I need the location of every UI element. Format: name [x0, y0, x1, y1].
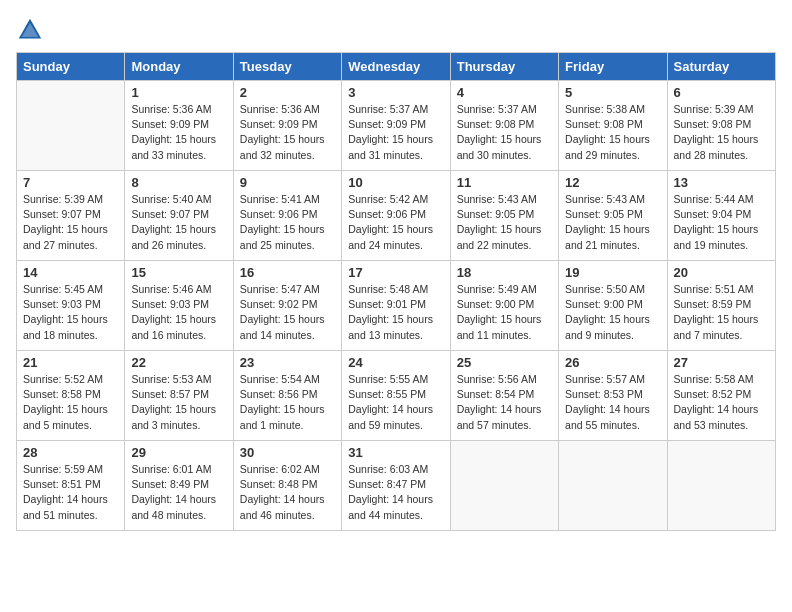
day-number: 15 [131, 265, 226, 280]
day-number: 8 [131, 175, 226, 190]
day-info: Sunrise: 5:56 AM Sunset: 8:54 PM Dayligh… [457, 372, 552, 433]
day-number: 25 [457, 355, 552, 370]
day-number: 26 [565, 355, 660, 370]
day-number: 12 [565, 175, 660, 190]
day-info: Sunrise: 5:38 AM Sunset: 9:08 PM Dayligh… [565, 102, 660, 163]
calendar-cell: 22Sunrise: 5:53 AM Sunset: 8:57 PM Dayli… [125, 351, 233, 441]
day-number: 22 [131, 355, 226, 370]
day-info: Sunrise: 5:50 AM Sunset: 9:00 PM Dayligh… [565, 282, 660, 343]
calendar-cell: 31Sunrise: 6:03 AM Sunset: 8:47 PM Dayli… [342, 441, 450, 531]
day-number: 23 [240, 355, 335, 370]
day-number: 13 [674, 175, 769, 190]
day-info: Sunrise: 5:39 AM Sunset: 9:07 PM Dayligh… [23, 192, 118, 253]
day-number: 6 [674, 85, 769, 100]
day-info: Sunrise: 5:45 AM Sunset: 9:03 PM Dayligh… [23, 282, 118, 343]
calendar-cell: 6Sunrise: 5:39 AM Sunset: 9:08 PM Daylig… [667, 81, 775, 171]
day-number: 29 [131, 445, 226, 460]
page-header [16, 16, 776, 44]
calendar-cell: 25Sunrise: 5:56 AM Sunset: 8:54 PM Dayli… [450, 351, 558, 441]
day-info: Sunrise: 5:52 AM Sunset: 8:58 PM Dayligh… [23, 372, 118, 433]
weekday-header: Thursday [450, 53, 558, 81]
calendar-cell: 11Sunrise: 5:43 AM Sunset: 9:05 PM Dayli… [450, 171, 558, 261]
day-info: Sunrise: 5:36 AM Sunset: 9:09 PM Dayligh… [131, 102, 226, 163]
day-info: Sunrise: 5:43 AM Sunset: 9:05 PM Dayligh… [565, 192, 660, 253]
calendar-cell: 8Sunrise: 5:40 AM Sunset: 9:07 PM Daylig… [125, 171, 233, 261]
day-info: Sunrise: 5:49 AM Sunset: 9:00 PM Dayligh… [457, 282, 552, 343]
calendar-cell [559, 441, 667, 531]
calendar-cell: 28Sunrise: 5:59 AM Sunset: 8:51 PM Dayli… [17, 441, 125, 531]
calendar-week-row: 14Sunrise: 5:45 AM Sunset: 9:03 PM Dayli… [17, 261, 776, 351]
day-number: 30 [240, 445, 335, 460]
weekday-header: Monday [125, 53, 233, 81]
calendar-cell: 21Sunrise: 5:52 AM Sunset: 8:58 PM Dayli… [17, 351, 125, 441]
day-number: 9 [240, 175, 335, 190]
day-info: Sunrise: 5:43 AM Sunset: 9:05 PM Dayligh… [457, 192, 552, 253]
day-info: Sunrise: 5:40 AM Sunset: 9:07 PM Dayligh… [131, 192, 226, 253]
calendar-cell [450, 441, 558, 531]
day-info: Sunrise: 5:51 AM Sunset: 8:59 PM Dayligh… [674, 282, 769, 343]
day-number: 19 [565, 265, 660, 280]
day-info: Sunrise: 5:58 AM Sunset: 8:52 PM Dayligh… [674, 372, 769, 433]
day-info: Sunrise: 5:41 AM Sunset: 9:06 PM Dayligh… [240, 192, 335, 253]
calendar-cell: 7Sunrise: 5:39 AM Sunset: 9:07 PM Daylig… [17, 171, 125, 261]
day-info: Sunrise: 6:03 AM Sunset: 8:47 PM Dayligh… [348, 462, 443, 523]
day-info: Sunrise: 5:53 AM Sunset: 8:57 PM Dayligh… [131, 372, 226, 433]
day-number: 27 [674, 355, 769, 370]
calendar-week-row: 28Sunrise: 5:59 AM Sunset: 8:51 PM Dayli… [17, 441, 776, 531]
calendar-cell: 14Sunrise: 5:45 AM Sunset: 9:03 PM Dayli… [17, 261, 125, 351]
day-info: Sunrise: 5:44 AM Sunset: 9:04 PM Dayligh… [674, 192, 769, 253]
day-number: 21 [23, 355, 118, 370]
day-number: 17 [348, 265, 443, 280]
day-info: Sunrise: 5:59 AM Sunset: 8:51 PM Dayligh… [23, 462, 118, 523]
day-info: Sunrise: 6:02 AM Sunset: 8:48 PM Dayligh… [240, 462, 335, 523]
calendar-cell: 24Sunrise: 5:55 AM Sunset: 8:55 PM Dayli… [342, 351, 450, 441]
calendar-week-row: 1Sunrise: 5:36 AM Sunset: 9:09 PM Daylig… [17, 81, 776, 171]
day-number: 7 [23, 175, 118, 190]
day-number: 18 [457, 265, 552, 280]
day-number: 2 [240, 85, 335, 100]
day-number: 31 [348, 445, 443, 460]
calendar-cell: 18Sunrise: 5:49 AM Sunset: 9:00 PM Dayli… [450, 261, 558, 351]
day-number: 10 [348, 175, 443, 190]
calendar-cell: 9Sunrise: 5:41 AM Sunset: 9:06 PM Daylig… [233, 171, 341, 261]
calendar-header: SundayMondayTuesdayWednesdayThursdayFrid… [17, 53, 776, 81]
calendar-cell: 15Sunrise: 5:46 AM Sunset: 9:03 PM Dayli… [125, 261, 233, 351]
day-number: 28 [23, 445, 118, 460]
calendar-cell: 30Sunrise: 6:02 AM Sunset: 8:48 PM Dayli… [233, 441, 341, 531]
calendar-cell: 13Sunrise: 5:44 AM Sunset: 9:04 PM Dayli… [667, 171, 775, 261]
day-number: 16 [240, 265, 335, 280]
calendar-cell [667, 441, 775, 531]
day-number: 4 [457, 85, 552, 100]
day-info: Sunrise: 5:42 AM Sunset: 9:06 PM Dayligh… [348, 192, 443, 253]
day-info: Sunrise: 5:47 AM Sunset: 9:02 PM Dayligh… [240, 282, 335, 343]
calendar-cell: 5Sunrise: 5:38 AM Sunset: 9:08 PM Daylig… [559, 81, 667, 171]
day-number: 1 [131, 85, 226, 100]
day-info: Sunrise: 5:36 AM Sunset: 9:09 PM Dayligh… [240, 102, 335, 163]
calendar-cell: 20Sunrise: 5:51 AM Sunset: 8:59 PM Dayli… [667, 261, 775, 351]
day-number: 20 [674, 265, 769, 280]
calendar-cell: 10Sunrise: 5:42 AM Sunset: 9:06 PM Dayli… [342, 171, 450, 261]
calendar-cell: 4Sunrise: 5:37 AM Sunset: 9:08 PM Daylig… [450, 81, 558, 171]
calendar-cell: 17Sunrise: 5:48 AM Sunset: 9:01 PM Dayli… [342, 261, 450, 351]
weekday-header: Saturday [667, 53, 775, 81]
day-info: Sunrise: 5:48 AM Sunset: 9:01 PM Dayligh… [348, 282, 443, 343]
calendar-cell [17, 81, 125, 171]
calendar-table: SundayMondayTuesdayWednesdayThursdayFrid… [16, 52, 776, 531]
day-info: Sunrise: 5:46 AM Sunset: 9:03 PM Dayligh… [131, 282, 226, 343]
day-info: Sunrise: 5:57 AM Sunset: 8:53 PM Dayligh… [565, 372, 660, 433]
calendar-week-row: 21Sunrise: 5:52 AM Sunset: 8:58 PM Dayli… [17, 351, 776, 441]
weekday-header: Friday [559, 53, 667, 81]
calendar-cell: 27Sunrise: 5:58 AM Sunset: 8:52 PM Dayli… [667, 351, 775, 441]
calendar-cell: 2Sunrise: 5:36 AM Sunset: 9:09 PM Daylig… [233, 81, 341, 171]
calendar-cell: 29Sunrise: 6:01 AM Sunset: 8:49 PM Dayli… [125, 441, 233, 531]
calendar-cell: 16Sunrise: 5:47 AM Sunset: 9:02 PM Dayli… [233, 261, 341, 351]
weekday-header: Sunday [17, 53, 125, 81]
day-info: Sunrise: 5:39 AM Sunset: 9:08 PM Dayligh… [674, 102, 769, 163]
calendar-cell: 23Sunrise: 5:54 AM Sunset: 8:56 PM Dayli… [233, 351, 341, 441]
day-number: 14 [23, 265, 118, 280]
logo [16, 16, 48, 44]
day-info: Sunrise: 5:37 AM Sunset: 9:09 PM Dayligh… [348, 102, 443, 163]
weekday-header: Tuesday [233, 53, 341, 81]
calendar-week-row: 7Sunrise: 5:39 AM Sunset: 9:07 PM Daylig… [17, 171, 776, 261]
calendar-cell: 1Sunrise: 5:36 AM Sunset: 9:09 PM Daylig… [125, 81, 233, 171]
